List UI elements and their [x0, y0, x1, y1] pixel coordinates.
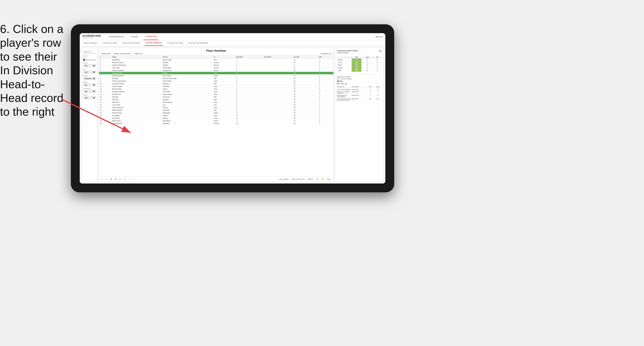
table-row[interactable]: 23 Jack Lundin Missouri Fourth 11 24 0 [99, 117, 333, 120]
table-row[interactable]: 8 Mats Ege East Tennessee State Fifth 1 … [99, 77, 333, 80]
cell-no-rds: 25 [292, 96, 318, 98]
cell-reg-rank: 1 [235, 120, 263, 122]
cell-player: Mats Ege [111, 77, 162, 80]
table-row[interactable]: 10 Jacob Mou Olesen Arkansas Fifth 4 25 … [99, 82, 333, 85]
cell-win: 1 [318, 109, 333, 112]
table-row[interactable]: 25 Cole Sherwood Vanderbilt Second 12 23… [99, 122, 333, 125]
cell-no-rds: 23 [292, 112, 318, 114]
table-row[interactable]: 12 Brendan Valles Auburn Third 4 22 0 [99, 88, 333, 90]
cell-reg-rank: 8 [235, 106, 263, 109]
table-row[interactable]: 7 Nicholas Gabrelcik North Florida Fourt… [99, 74, 333, 77]
cell-no-rds: 24 [292, 104, 318, 106]
cell-reg-rank: 4 [235, 85, 263, 88]
cell-win: 1 [318, 101, 333, 104]
table-row[interactable]: 19 Tiger Christensen Arizona Third 8 23 … [99, 106, 333, 109]
cell-no-rds: 11 [292, 59, 318, 61]
h2h-range: 26-50 [337, 64, 352, 67]
cell-win: 2 [318, 80, 333, 82]
cell-player: Jack Lundin [111, 117, 162, 120]
cell-reg-rank: 8 [235, 98, 263, 101]
share-button[interactable]: Share [326, 178, 332, 180]
sub-nav-player-h2h-grid[interactable]: PLAYER H2H GRID [166, 40, 184, 46]
sub-nav-team-h2h-grid[interactable]: TEAM H2H GRID [102, 40, 118, 46]
cell-reg-rank: 4 [235, 96, 263, 98]
copy-button[interactable]: ⧉ [119, 178, 121, 180]
gender-select[interactable]: Men [83, 64, 96, 67]
cell-win: 1 [318, 90, 333, 93]
cell-yr: Third [212, 106, 235, 109]
region-select[interactable]: N/a [83, 83, 96, 86]
step-forward-button[interactable]: ⏭ [114, 178, 117, 180]
standings-table-wrap: # Player School Yr Reg Rank Conf Rank No… [99, 55, 333, 177]
paste-button[interactable]: 📋 [123, 178, 126, 180]
sub-nav-player-h2h-heatmap[interactable]: PLAYER H2H HEATMAP [188, 40, 209, 46]
h2h-tie: 1 [373, 69, 382, 72]
year-select[interactable]: (All) [83, 71, 96, 74]
table-row[interactable]: 5 Christo Lamprecht Georgia Tech Fourth … [99, 69, 333, 72]
refresh-button[interactable]: ⟳ [133, 178, 136, 180]
table-row[interactable]: 4 Luke Claton Florida State Second 1 27 … [99, 67, 333, 69]
table-row[interactable]: 14 Maxwell Ford North Carolina Third 3 2… [99, 93, 333, 96]
h2h-col-tournament: Tournament [337, 86, 352, 87]
thumbs-down-button[interactable]: 👎 [321, 178, 324, 180]
cell-player: Cole Sherwood [111, 122, 162, 125]
table-row[interactable]: 15 Jake Hall Tennessee Fifth 4 25 1 [99, 96, 333, 98]
cell-win: 0 [318, 85, 333, 88]
cell-rank: 22 [99, 114, 111, 117]
cell-reg-rank: 3 [235, 93, 263, 96]
step-back-button[interactable]: ⏮ [110, 178, 112, 180]
table-row[interactable]: 18 Luke Powell GLA First 4 24 1 [99, 104, 333, 106]
sign-out-button[interactable]: Sign out [375, 36, 383, 38]
table-row[interactable]: 13 Phichakun Maichon Texas A&M Third 6 3… [99, 90, 333, 93]
table-row[interactable]: 17 David Ford North Carolina Third 4 21 … [99, 101, 333, 104]
sub-nav-player-summary[interactable]: PLAYER SUMMARY [144, 40, 163, 46]
table-row[interactable]: 6 Jackson Koivun Auburn First 2 22 1 [99, 72, 333, 74]
nav-committee[interactable]: COMMITTEE [144, 33, 158, 40]
cell-conf-rank [263, 72, 292, 74]
h2h-close-button[interactable]: ✕ [379, 50, 382, 52]
table-row[interactable]: 20 Matthew Riedel Vanderbilt Fifth 6 24 … [99, 109, 333, 112]
redo-button[interactable]: ↻ [105, 178, 108, 180]
player-select[interactable]: (All) [83, 96, 96, 99]
table-row[interactable]: 16 Alex Goff Kentucky Fifth 8 19 0 [99, 98, 333, 101]
sub-nav-team-summary[interactable]: TEAM SUMMARY [82, 40, 98, 46]
table-row[interactable]: 11 Gordon Sargent Vanderbilt Third 4 21 … [99, 85, 333, 88]
update-time: 27/03/2024 16:56:26 [83, 53, 96, 54]
view-original-button[interactable]: View: Original [278, 178, 289, 180]
table-row[interactable]: 22 Ian Gilligan Florida Third 10 24 1 [99, 114, 333, 117]
cell-player: Jacob Mou Olesen [111, 82, 162, 85]
thumbs-up-button[interactable]: 👍 [316, 178, 319, 180]
bottom-toolbar: ↺ ↻ ⏮ ⏭ ⧉ 📋 ⋯ ⟳ View: Original Save Cust… [99, 177, 333, 181]
nav-teams[interactable]: TEAMS [130, 33, 139, 40]
region-label: Region [83, 81, 96, 83]
cell-rank: 12 [99, 88, 111, 90]
sub-nav-team-h2h-heatmap[interactable]: TEAM H2H HEATMAP [121, 40, 141, 46]
table-row[interactable]: 2 Michael La Sasse Ole Miss Second 1 10 … [99, 61, 333, 64]
cell-rank: 10 [99, 82, 111, 85]
table-row[interactable]: 9 Preston Summerhays Arizona State Third… [99, 80, 333, 82]
cell-yr: Fourth [212, 74, 235, 77]
table-row[interactable]: 3 Michael Thorbjornsen Stanford Second 1… [99, 64, 333, 67]
tournament-pos: 2 [367, 95, 374, 97]
h2h-range: >100 [337, 69, 352, 72]
cell-school: Tennessee [162, 96, 213, 98]
table-row[interactable]: 1 Wenyi Ding Arizona State First 1 11 1 [99, 59, 333, 61]
main-content: Update time: 27/03/2024 16:56:26 No Rds.… [80, 46, 385, 183]
logo-powered: Powered by clippi [82, 37, 101, 38]
tournament-score: -17 [374, 89, 382, 90]
instruction-text: 6. Click on a player's row to see their … [0, 22, 64, 119]
h2h-win: 8 [352, 59, 362, 61]
cell-reg-rank: 1 [235, 67, 263, 69]
table-row[interactable]: 21 Taehoon Song Washington Fourth 6 23 1 [99, 112, 333, 114]
division-select[interactable]: NCAA Division I [83, 77, 96, 80]
watch-button[interactable]: Watch ▾ [307, 178, 314, 180]
more-button[interactable]: ⋯ [128, 178, 131, 180]
cell-school: Georgia Tech [162, 69, 213, 72]
table-row[interactable]: 24 Bastien Amat New Mexico Fourth 1 27 2 [99, 120, 333, 122]
save-custom-button[interactable]: Save Custom View [291, 178, 306, 180]
conference-select[interactable]: (All) [83, 90, 96, 93]
cell-conf-rank [263, 122, 292, 125]
undo-button[interactable]: ↺ [101, 178, 104, 180]
cell-no-rds: 22 [292, 88, 318, 90]
nav-tournaments[interactable]: TOURNAMENTS [107, 33, 125, 40]
